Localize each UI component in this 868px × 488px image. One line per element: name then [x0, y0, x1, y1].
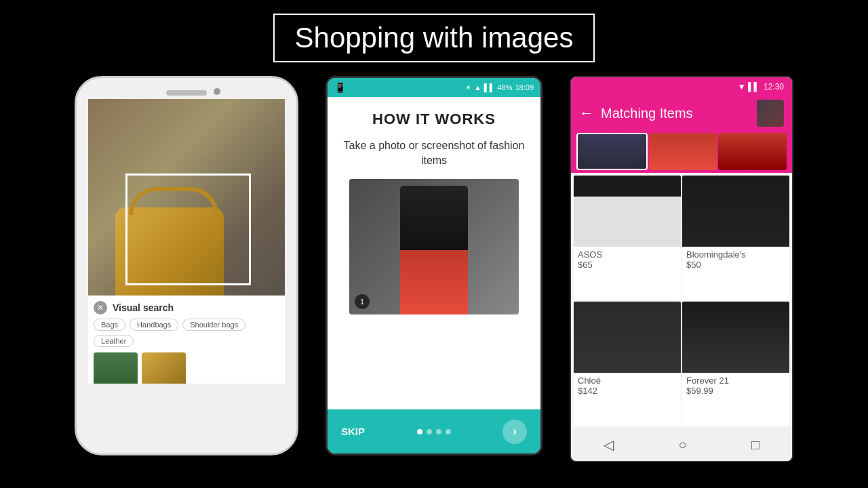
corner-br — [240, 274, 251, 285]
fashion-figure — [400, 186, 468, 314]
phone3-time: 12:30 — [764, 82, 784, 92]
phone2: 📱 ✴ ▲ ▌▌ 48% 18:09 HOW IT WORKS Take a p… — [326, 76, 542, 455]
battery-label: 48% — [497, 83, 512, 92]
phone2-statusbar: 📱 ✴ ▲ ▌▌ 48% 18:09 — [328, 78, 540, 97]
vs-tags: Bags Handbags Shoulder bags Leather — [94, 319, 279, 347]
tag-bags[interactable]: Bags — [94, 319, 125, 331]
vs-header: ✕ Visual search — [94, 301, 279, 314]
product-image-bloomingdales — [682, 176, 789, 247]
whatsapp-icon: 📱 — [334, 82, 346, 93]
product-info-bloomingdales: Bloomingdale's $50 — [682, 247, 789, 300]
nav-back-icon[interactable]: ◁ — [604, 436, 614, 453]
title-box: Shopping with images — [273, 14, 595, 62]
page-dot-3 — [436, 429, 441, 434]
android-nav: ◁ ○ □ — [571, 428, 792, 461]
product-card-forever21[interactable]: Forever 21 $59.99 — [682, 302, 789, 426]
close-icon[interactable]: ✕ — [94, 301, 107, 314]
product-image-chloe — [574, 302, 681, 373]
how-it-works-image: 1 — [349, 179, 519, 314]
product-price-chloe: $142 — [578, 386, 677, 396]
product-price-bloomingdales: $50 — [686, 260, 785, 270]
phone3-signal-icon: ▼ ▌▌ — [738, 82, 760, 92]
nav-recents-icon[interactable]: □ — [751, 437, 760, 453]
phone1: ✕ Visual search Bags Handbags Shoulder b… — [75, 76, 298, 455]
vs-thumb-1[interactable] — [94, 352, 138, 384]
page-title: Shopping with images — [295, 22, 574, 54]
thumbnail-row — [571, 130, 792, 173]
product-image-forever21 — [682, 302, 789, 373]
nav-home-icon[interactable]: ○ — [678, 437, 686, 453]
corner-tl — [125, 174, 136, 184]
product-info-chloe: Chloé $142 — [574, 373, 681, 426]
product-store-forever21: Forever 21 — [686, 375, 785, 386]
bluetooth-icon: ✴ — [465, 83, 471, 92]
corner-bl — [125, 274, 136, 285]
selection-box — [125, 174, 251, 285]
page-dot-1 — [417, 429, 422, 434]
product-card-chloe[interactable]: Chloé $142 — [574, 302, 681, 426]
thumb-outfit-1[interactable] — [576, 133, 648, 170]
phones-row: ✕ Visual search Bags Handbags Shoulder b… — [75, 76, 793, 462]
product-info-forever21: Forever 21 $59.99 — [682, 373, 789, 426]
phone1-speaker — [166, 90, 207, 96]
product-grid: ASOS $65 Bloomingdale's $50 Chloé $142 — [571, 173, 792, 428]
phone3-header: ← Matching Items — [571, 96, 792, 130]
thumb-outfit-2[interactable] — [649, 133, 717, 170]
thumb-outfit-3[interactable] — [718, 133, 787, 170]
wifi-icon: ▲ — [474, 83, 481, 92]
product-store-chloe: Chloé — [578, 375, 677, 386]
vs-thumb-2[interactable] — [142, 352, 186, 384]
skip-button[interactable]: SKIP — [341, 426, 365, 437]
page-dot-4 — [446, 429, 451, 434]
how-it-works-desc: Take a photo or screenshot of fashion it… — [338, 138, 530, 169]
how-it-works-title: HOW IT WORKS — [372, 110, 496, 128]
phone3: ▼ ▌▌ 12:30 ← Matching Items ASOS $65 — [570, 76, 793, 462]
vs-thumbnails — [94, 352, 279, 384]
tag-leather[interactable]: Leather — [94, 335, 134, 347]
time-label: 18:09 — [515, 83, 534, 92]
phone1-screen: ✕ Visual search Bags Handbags Shoulder b… — [88, 99, 285, 384]
page-indicator — [417, 429, 451, 434]
corner-tr — [240, 174, 251, 184]
tag-handbags[interactable]: Handbags — [130, 319, 178, 331]
image-number-badge: 1 — [355, 294, 370, 309]
phone1-camera — [214, 88, 220, 95]
signal-icon: ▌▌ — [484, 83, 495, 92]
back-icon[interactable]: ← — [579, 104, 594, 122]
phone3-statusbar: ▼ ▌▌ 12:30 — [571, 77, 792, 96]
tag-shoulder-bags[interactable]: Shoulder bags — [182, 319, 245, 331]
phone2-content: HOW IT WORKS Take a photo or screenshot … — [328, 97, 540, 409]
product-store-bloomingdales: Bloomingdale's — [686, 249, 785, 260]
product-store-asos: ASOS — [578, 249, 677, 260]
product-card-bloomingdales[interactable]: Bloomingdale's $50 — [682, 176, 789, 300]
page-dot-2 — [427, 429, 432, 434]
product-price-asos: $65 — [578, 260, 677, 270]
header-thumbnail[interactable] — [757, 100, 784, 127]
status-icons: ✴ ▲ ▌▌ 48% 18:09 — [465, 83, 534, 92]
header-title: Matching Items — [601, 106, 750, 121]
next-button[interactable]: › — [502, 420, 527, 444]
product-price-forever21: $59.99 — [686, 386, 785, 396]
product-info-asos: ASOS $65 — [574, 247, 681, 300]
product-card-asos[interactable]: ASOS $65 — [574, 176, 681, 300]
product-image-asos — [574, 176, 681, 247]
visual-search-title: Visual search — [113, 302, 174, 313]
phone2-bottom-bar: SKIP › — [328, 409, 540, 453]
visual-search-bar: ✕ Visual search Bags Handbags Shoulder b… — [88, 296, 285, 384]
